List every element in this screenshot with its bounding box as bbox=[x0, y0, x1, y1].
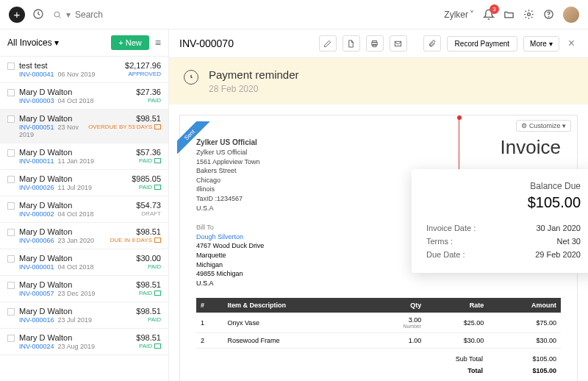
mail-icon bbox=[394, 40, 402, 48]
row-checkbox[interactable] bbox=[7, 176, 15, 183]
customize-button[interactable]: ⚙ Customize ▾ bbox=[516, 120, 571, 132]
org-name: Zylker bbox=[444, 10, 468, 20]
invoice-detail-pane: INV-000070 Record Payment More ▾ × Payme… bbox=[169, 29, 588, 381]
avatar[interactable] bbox=[563, 7, 579, 23]
mail-sent-icon bbox=[154, 124, 161, 129]
invoice-list-item[interactable]: Mary D Walton INV-000057 23 Dec 2019 $98… bbox=[0, 276, 168, 302]
org-switcher[interactable]: Zylker ˅ bbox=[444, 10, 474, 20]
chevron-down-icon: ˅ bbox=[470, 10, 474, 20]
print-icon bbox=[370, 40, 379, 48]
mail-sent-icon bbox=[154, 158, 161, 163]
more-menu-button[interactable]: More ▾ bbox=[523, 36, 559, 51]
table-row: 2Rosewood Frame1.00$30.00$30.00 bbox=[196, 333, 561, 349]
notif-badge: 3 bbox=[490, 4, 499, 14]
stopwatch-icon bbox=[184, 70, 198, 85]
invoice-heading: Invoice bbox=[501, 136, 561, 159]
row-checkbox[interactable] bbox=[7, 229, 15, 236]
search-input[interactable] bbox=[75, 10, 178, 20]
settings-button[interactable] bbox=[523, 9, 534, 20]
svg-point-1 bbox=[54, 12, 60, 17]
line-items-table: #Item & DescriptionQtyRateAmount 1Onyx V… bbox=[196, 298, 561, 349]
invoice-list: test test INV-000041 06 Nov 2019 $2,127.… bbox=[0, 57, 168, 381]
mail-sent-icon bbox=[154, 238, 161, 243]
row-checkbox[interactable] bbox=[7, 89, 15, 96]
invoice-list-item[interactable]: Mary D Walton INV-000016 23 Jul 2019 $98… bbox=[0, 302, 168, 329]
row-checkbox[interactable] bbox=[7, 335, 15, 342]
balance-due-callout: Balance Due $105.00 Invoice Date :30 Jan… bbox=[412, 169, 588, 273]
new-invoice-button[interactable]: + New bbox=[111, 35, 149, 50]
attach-icon bbox=[428, 40, 436, 48]
attach-button[interactable] bbox=[423, 35, 441, 51]
totals: Sub Total$105.00 Total$105.00 bbox=[196, 353, 561, 377]
balance-amount: $105.00 bbox=[426, 194, 581, 211]
row-checkbox[interactable] bbox=[7, 115, 15, 123]
balance-label: Balance Due bbox=[426, 181, 581, 191]
recent-history-icon[interactable] bbox=[32, 8, 46, 21]
invoice-list-sidebar: All Invoices ▾ + New ≡ test test INV-000… bbox=[0, 29, 169, 381]
list-menu-button[interactable]: ≡ bbox=[155, 37, 161, 49]
record-payment-button[interactable]: Record Payment bbox=[447, 36, 517, 51]
row-checkbox[interactable] bbox=[7, 202, 15, 210]
topbar: + ▾ Zylker ˅ 3 bbox=[0, 0, 588, 29]
pencil-icon bbox=[323, 40, 331, 48]
row-checkbox[interactable] bbox=[7, 255, 15, 263]
row-checkbox[interactable] bbox=[7, 282, 15, 289]
help-icon bbox=[543, 9, 554, 20]
invoice-list-item[interactable]: Mary D Walton INV-000026 11 Jul 2019 $98… bbox=[0, 170, 168, 196]
pdf-button[interactable] bbox=[343, 35, 360, 51]
global-add-button[interactable]: + bbox=[9, 7, 25, 23]
list-filter-dropdown[interactable]: All Invoices ▾ bbox=[7, 38, 59, 48]
mail-sent-icon bbox=[154, 185, 161, 190]
invoice-list-item[interactable]: Mary D Walton INV-000001 04 Oct 2018 $30… bbox=[0, 249, 168, 276]
edit-button[interactable] bbox=[319, 35, 337, 51]
row-checkbox[interactable] bbox=[7, 63, 15, 70]
reminder-banner: Payment reminder 28 Feb 2020 bbox=[169, 58, 588, 104]
invoice-list-item[interactable]: Mary D Walton INV-000011 11 Jan 2019 $57… bbox=[0, 143, 168, 170]
close-button[interactable]: × bbox=[565, 37, 578, 50]
mail-sent-icon bbox=[154, 291, 161, 296]
invoice-list-item[interactable]: Mary D Walton INV-000002 04 Oct 2018 $54… bbox=[0, 196, 168, 223]
mail-button[interactable] bbox=[390, 35, 407, 51]
svg-point-2 bbox=[528, 13, 531, 16]
help-button[interactable] bbox=[543, 9, 554, 20]
invoice-list-item[interactable]: Mary D Walton INV-000003 04 Oct 2018 $27… bbox=[0, 83, 168, 110]
callout-dot bbox=[457, 115, 462, 120]
gear-icon bbox=[523, 9, 534, 20]
reminder-date: 28 Feb 2020 bbox=[209, 84, 299, 94]
sent-ribbon: Sent bbox=[177, 121, 209, 154]
svg-point-4 bbox=[548, 16, 549, 17]
search-sep: ▾ bbox=[66, 10, 71, 20]
folder-button[interactable] bbox=[503, 9, 514, 20]
print-button[interactable] bbox=[366, 35, 384, 51]
invoice-list-item[interactable]: Mary D Walton INV-000051 23 Nov 2019 $98… bbox=[0, 110, 168, 143]
table-row: 1Onyx Vase3.00Number$25.00$75.00 bbox=[196, 313, 561, 333]
reminder-title: Payment reminder bbox=[209, 68, 299, 81]
notifications-button[interactable]: 3 bbox=[483, 9, 495, 21]
row-checkbox[interactable] bbox=[7, 149, 15, 157]
invoice-list-item[interactable]: Mary D Walton INV-000024 23 Aug 2019 $98… bbox=[0, 329, 168, 355]
file-icon bbox=[347, 40, 355, 48]
invoice-number-title: INV-000070 bbox=[179, 38, 313, 49]
invoice-list-item[interactable]: test test INV-000041 06 Nov 2019 $2,127.… bbox=[0, 57, 168, 83]
invoice-list-item[interactable]: Mary D Walton INV-000066 23 Jan 2020 $98… bbox=[0, 223, 168, 249]
search-icon bbox=[53, 10, 62, 19]
folder-icon bbox=[503, 9, 514, 20]
topbar-right: Zylker ˅ 3 bbox=[444, 7, 579, 23]
row-checkbox[interactable] bbox=[7, 308, 15, 316]
search-wrap: ▾ bbox=[53, 10, 437, 20]
mail-sent-icon bbox=[154, 343, 161, 349]
